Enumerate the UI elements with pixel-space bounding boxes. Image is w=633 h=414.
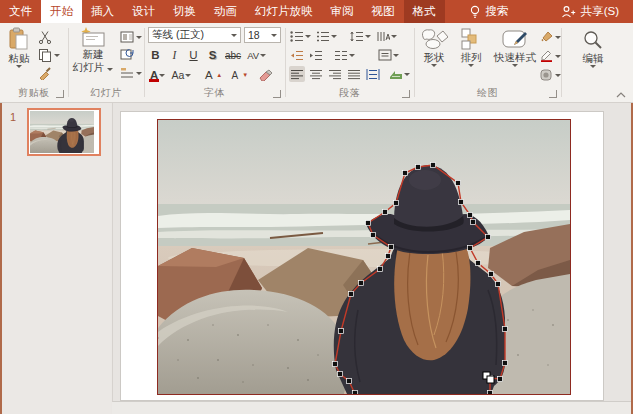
editing-canvas[interactable] (112, 103, 631, 402)
tab-insert[interactable]: 插入 (82, 0, 123, 23)
tell-me-search[interactable]: 搜索 (459, 0, 519, 23)
bottom-strip (112, 402, 631, 414)
numbering-button[interactable] (315, 28, 338, 44)
new-slide-button[interactable]: 新建 幻灯片 (70, 27, 116, 73)
edit-point-handle[interactable] (496, 282, 501, 287)
paste-button[interactable]: 粘贴 (3, 27, 35, 68)
decrease-font-size-button[interactable]: A▼ (227, 67, 249, 83)
tab-file[interactable]: 文件 (0, 0, 41, 23)
columns-button[interactable] (333, 47, 356, 63)
reset-slide-button[interactable] (120, 47, 134, 63)
slide-thumbnail[interactable] (27, 108, 101, 156)
edit-point-handle[interactable] (338, 372, 343, 377)
edit-point-handle[interactable] (389, 245, 394, 250)
distribute-button[interactable] (365, 66, 381, 82)
editing-label: 编辑 (583, 52, 604, 64)
edit-point-handle[interactable] (431, 163, 436, 168)
collapse-ribbon-button[interactable] (615, 89, 627, 99)
increase-indent-button[interactable] (308, 47, 324, 63)
edit-point-handle[interactable] (476, 261, 481, 266)
cut-button[interactable] (38, 29, 52, 45)
edit-point-handle[interactable] (416, 165, 421, 170)
group-label-drawing: 绘图 (414, 86, 561, 100)
format-painter-button[interactable] (38, 65, 52, 81)
edit-point-handle[interactable] (498, 377, 503, 382)
edit-point-handle[interactable] (456, 181, 461, 186)
strikethrough-button[interactable]: abc (225, 47, 241, 63)
edit-point-handle[interactable] (471, 220, 476, 225)
edit-point-handle[interactable] (333, 362, 338, 367)
share-button[interactable]: 共享(S) (551, 0, 629, 23)
underline-button[interactable]: U (187, 47, 200, 63)
tab-view[interactable]: 视图 (363, 0, 404, 23)
edit-point-handle[interactable] (394, 201, 399, 206)
edit-point-handle[interactable] (359, 281, 364, 286)
decrease-indent-button[interactable] (289, 47, 305, 63)
tab-slideshow[interactable]: 幻灯片放映 (246, 0, 322, 23)
align-right-button[interactable] (327, 66, 343, 82)
quick-styles-button[interactable]: 快速样式 (490, 28, 540, 67)
search-label: 搜索 (486, 4, 509, 19)
dialog-launcher-icon[interactable] (549, 90, 557, 98)
edit-point-handle[interactable] (371, 233, 376, 238)
slide[interactable] (120, 111, 604, 401)
text-direction-button[interactable] (375, 28, 398, 44)
italic-button[interactable]: I (168, 47, 181, 63)
edit-point-handle[interactable] (386, 254, 391, 259)
edit-point-handle[interactable] (489, 272, 494, 277)
bold-button[interactable]: B (149, 47, 162, 63)
tab-transitions[interactable]: 切换 (164, 0, 205, 23)
editing-button[interactable]: 编辑 (573, 29, 613, 68)
edit-point-handle[interactable] (503, 361, 508, 366)
edit-point-handle[interactable] (486, 235, 491, 240)
shape-fill-button[interactable] (540, 29, 561, 45)
edit-point-handle[interactable] (503, 327, 508, 332)
edit-point-handle[interactable] (403, 171, 408, 176)
edit-point-handle[interactable] (339, 329, 344, 334)
character-spacing-button[interactable]: AV (247, 47, 266, 63)
align-left-button[interactable] (289, 66, 305, 82)
align-center-button[interactable] (308, 66, 324, 82)
edit-point-handle[interactable] (353, 391, 358, 395)
dialog-launcher-icon[interactable] (56, 90, 64, 98)
dialog-launcher-icon[interactable] (402, 90, 410, 98)
dropdown-arrow-icon (393, 54, 399, 57)
shape-outline-button[interactable] (540, 48, 561, 64)
edit-point-handle[interactable] (383, 210, 388, 215)
selected-picture[interactable] (157, 119, 571, 395)
line-spacing-button[interactable] (349, 28, 372, 44)
change-case-button[interactable]: Aa (170, 67, 192, 83)
edit-point-handle[interactable] (468, 213, 473, 218)
align-text-button[interactable] (377, 47, 400, 63)
tab-format[interactable]: 格式 (404, 0, 445, 23)
justify-button[interactable] (346, 66, 362, 82)
edit-point-handle[interactable] (468, 246, 473, 251)
layout-button[interactable] (120, 29, 142, 45)
tab-review[interactable]: 审阅 (322, 0, 363, 23)
edit-point-handle[interactable] (378, 267, 383, 272)
edit-point-handle[interactable] (349, 292, 354, 297)
font-size-combo[interactable]: 18 (244, 27, 281, 43)
copy-button[interactable] (38, 47, 60, 63)
tab-home[interactable]: 开始 (41, 0, 82, 23)
dialog-launcher-icon[interactable] (273, 90, 281, 98)
font-color-button[interactable]: A (149, 67, 166, 83)
section-button[interactable] (120, 65, 142, 81)
clipboard-paste-icon (8, 27, 30, 51)
convert-to-smartart-button[interactable] (388, 66, 411, 82)
text-shadow-button[interactable]: S (206, 47, 219, 63)
edit-point-handle[interactable] (459, 200, 464, 205)
clear-formatting-button[interactable] (258, 67, 273, 83)
shape-effects-button[interactable] (540, 67, 561, 83)
arrange-button[interactable]: 排列 (454, 28, 488, 67)
shapes-button[interactable]: 形状 (416, 28, 452, 67)
font-name-combo[interactable]: 等线 (正文) (148, 27, 241, 43)
tab-design[interactable]: 设计 (123, 0, 164, 23)
increase-font-size-button[interactable]: A▲ (201, 67, 223, 83)
tab-animations[interactable]: 动画 (205, 0, 246, 23)
new-slide-label-2: 幻灯片 (73, 61, 113, 73)
edit-point-handle[interactable] (347, 379, 352, 384)
bullets-button[interactable] (289, 28, 312, 44)
edit-point-handle[interactable] (488, 391, 493, 395)
edit-point-handle[interactable] (366, 221, 371, 226)
